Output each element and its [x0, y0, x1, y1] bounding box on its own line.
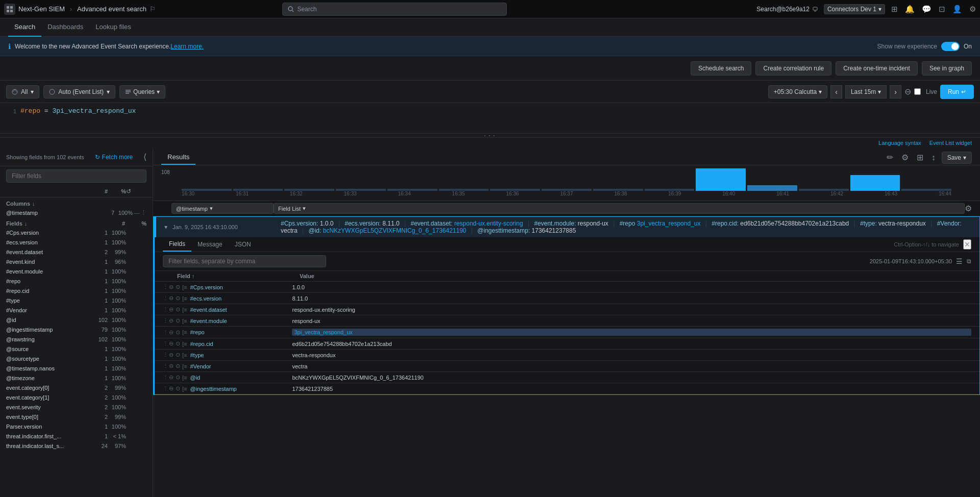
fetch-more-button[interactable]: ↻ Fetch more — [95, 154, 133, 161]
field-row[interactable]: @source 1 100% + ⋮ — [0, 344, 153, 354]
filter-in-icon[interactable]: ⊙ — [176, 385, 180, 392]
filter-in-icon[interactable]: ⊙ — [176, 284, 180, 290]
query-editor[interactable]: 1 #repo = 3pi_vectra_respond_ux — [0, 103, 980, 134]
edit-columns-button[interactable]: ✏ — [885, 151, 895, 164]
add-field-icon[interactable]: + — [126, 433, 129, 439]
language-syntax-link[interactable]: Language syntax — [878, 140, 921, 146]
connector-select[interactable]: Connectors Dev 1 ▾ — [824, 4, 885, 14]
zoom-out-icon[interactable]: ⊖ — [904, 87, 911, 96]
field-row[interactable]: #repo 1 100% + ⋮ — [0, 276, 153, 286]
add-field-icon[interactable]: + — [126, 278, 129, 284]
copy-timestamp-button[interactable]: ⧉ — [967, 258, 971, 265]
add-field-icon[interactable]: + — [126, 336, 129, 342]
tab-lookup-files[interactable]: Lookup files — [89, 18, 137, 37]
field-row[interactable]: #event.kind 1 96% + ⋮ — [0, 257, 153, 266]
add-field-icon[interactable]: + — [126, 288, 129, 294]
filter-in-icon[interactable]: ⊙ — [176, 295, 180, 302]
sort-button[interactable]: ↕ — [929, 151, 938, 164]
timestamp-menu-icon[interactable]: ⋮ — [141, 209, 146, 216]
field-menu-icon[interactable]: ⋮ — [131, 345, 137, 352]
filter-in-icon[interactable]: ⊙ — [176, 306, 180, 313]
time-prev-button[interactable]: ‹ — [830, 85, 842, 98]
field-row[interactable]: threat.indicator.first_... 1 < 1% + ⋮ — [0, 431, 153, 441]
timezone-button[interactable]: +05:30 Calcutta ▾ — [768, 85, 827, 98]
field-menu-icon[interactable]: ⋮ — [131, 239, 137, 245]
field-row[interactable]: @rawstring 102 100% + ⋮ — [0, 334, 153, 344]
mode-select[interactable]: Auto (Event List) ▾ — [43, 85, 115, 98]
filter-out-icon[interactable]: ⊖ — [169, 363, 174, 369]
field-list-button[interactable]: Field List ▾ — [274, 203, 965, 214]
add-field-icon[interactable]: + — [126, 297, 129, 304]
field-menu-icon[interactable]: ⋮ — [131, 404, 137, 410]
field-row[interactable]: @timezone 1 100% + ⋮ — [0, 373, 153, 383]
field-menu-icon[interactable]: ⋮ — [131, 423, 137, 430]
live-checkbox[interactable] — [914, 88, 921, 95]
chat-icon[interactable]: 💬 — [922, 5, 932, 14]
add-field-icon[interactable]: + — [126, 307, 129, 313]
see-in-graph-button[interactable]: See in graph — [922, 61, 972, 76]
add-field-icon[interactable]: + — [126, 230, 129, 236]
tab-search[interactable]: Search — [8, 18, 41, 37]
bracket-icon[interactable]: [≡ — [182, 375, 187, 381]
column-timestamp-row[interactable]: @timestamp 7 100% — ⋮ — [0, 208, 153, 217]
field-menu-icon[interactable]: ⋮ — [131, 287, 137, 294]
filter-in-icon[interactable]: ⊙ — [176, 317, 180, 324]
settings-icon[interactable]: ⚙ — [969, 5, 976, 14]
bracket-icon[interactable]: [≡ — [182, 341, 187, 347]
tab-dashboards[interactable]: Dashboards — [41, 18, 89, 37]
field-menu-icon[interactable]: ⋮ — [131, 316, 137, 323]
columns-button[interactable]: ⊞ — [915, 151, 925, 164]
bracket-icon[interactable]: [≡ — [182, 352, 187, 358]
tab-json[interactable]: JSON — [229, 238, 257, 251]
field-row[interactable]: #ecs.version 1 100% + ⋮ — [0, 237, 153, 247]
field-menu-icon[interactable]: ⋮ — [131, 336, 137, 342]
expanded-row-header[interactable]: ▾ Jan. 9, 2025 16:43:10.000 #Cps.version… — [155, 217, 979, 237]
add-field-icon[interactable]: + — [126, 424, 129, 430]
field-row[interactable]: #event.module 1 100% + ⋮ — [0, 266, 153, 276]
filter-out-icon[interactable]: ⊖ — [169, 306, 174, 313]
field-row[interactable]: @ingesttimestamp 79 100% + ⋮ — [0, 325, 153, 334]
add-field-icon[interactable]: + — [126, 327, 129, 333]
field-menu-icon[interactable]: ⋮ — [131, 365, 137, 371]
save-button[interactable]: Save ▾ — [942, 152, 972, 164]
add-field-icon[interactable]: + — [126, 443, 129, 449]
field-row[interactable]: event.type[0] 2 99% + ⋮ — [0, 412, 153, 421]
filter-fields-input[interactable] — [6, 169, 146, 183]
field-menu-icon[interactable]: ⋮ — [131, 394, 137, 401]
filter-in-icon[interactable]: ⊙ — [176, 363, 180, 369]
filter-in-icon[interactable]: ⊙ — [176, 352, 180, 358]
field-menu-icon[interactable]: ⋮ — [131, 413, 137, 420]
refresh-columns-icon[interactable]: ↺ — [126, 188, 131, 195]
collapse-panel-button[interactable]: ⟨ — [143, 152, 146, 162]
settings-button[interactable]: ⚙ — [899, 151, 911, 164]
field-row[interactable]: #repo.cid 1 100% + ⋮ — [0, 286, 153, 295]
create-correlation-button[interactable]: Create correlation rule — [755, 61, 831, 76]
field-menu-icon[interactable]: ⋮ — [131, 229, 137, 236]
bookmark-icon[interactable]: ⚐ — [150, 5, 156, 13]
bracket-icon[interactable]: [≡ — [182, 329, 187, 335]
user-icon[interactable]: 👤 — [952, 5, 962, 14]
bracket-icon[interactable]: [≡ — [182, 386, 187, 392]
field-row[interactable]: @id 102 100% + ⋮ — [0, 315, 153, 325]
add-field-icon[interactable]: + — [126, 365, 129, 371]
field-menu-icon[interactable]: ⋮ — [131, 307, 137, 313]
histogram-bars[interactable] — [161, 165, 972, 191]
bell-icon[interactable]: 🔔 — [905, 5, 915, 14]
add-field-icon[interactable]: + — [126, 346, 129, 352]
apps-icon[interactable]: ⊞ — [891, 5, 898, 14]
filter-out-icon[interactable]: ⊖ — [169, 385, 174, 392]
bracket-icon[interactable]: [≡ — [182, 307, 187, 313]
search-bar[interactable]: Search — [282, 3, 507, 16]
add-field-icon[interactable]: + — [126, 249, 129, 255]
learn-more-link[interactable]: Learn more. — [170, 43, 204, 50]
add-field-icon[interactable]: + — [126, 239, 129, 245]
add-field-icon[interactable]: + — [126, 414, 129, 420]
field-menu-icon[interactable]: ⋮ — [131, 297, 137, 304]
filter-out-icon[interactable]: ⊖ — [169, 329, 174, 336]
field-menu-icon[interactable]: ⋮ — [131, 355, 137, 362]
field-row[interactable]: @timestamp.nanos 1 100% + ⋮ — [0, 363, 153, 373]
bracket-icon[interactable]: [≡ — [182, 295, 187, 302]
app-icon[interactable] — [4, 4, 15, 15]
expanded-filter-input[interactable] — [163, 255, 326, 267]
run-button[interactable]: Run ↵ — [940, 85, 974, 99]
